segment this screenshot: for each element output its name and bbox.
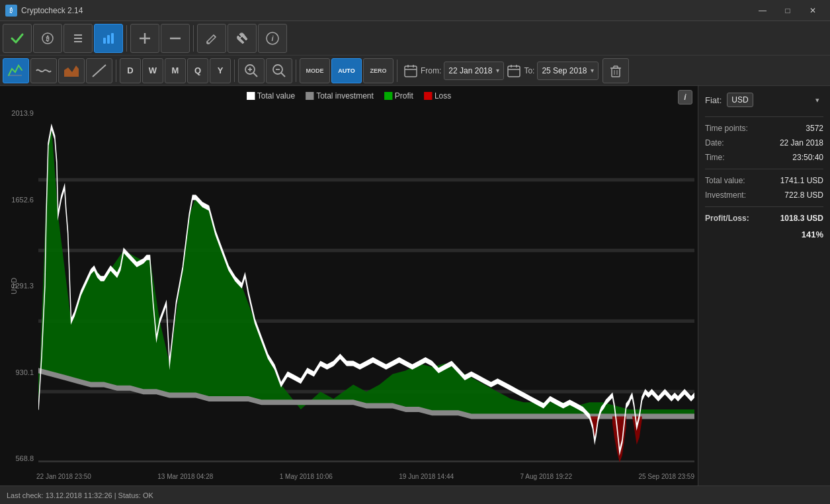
zoomout-icon bbox=[271, 63, 287, 79]
divider3 bbox=[705, 206, 823, 207]
x-label-0: 22 Jan 2018 23:50 bbox=[36, 473, 91, 480]
fiat-label: Fiat: bbox=[705, 95, 722, 105]
main-content: Total value Total investment Profit Loss… bbox=[0, 86, 830, 485]
time-label: Time: bbox=[705, 153, 725, 162]
chart-area: Total value Total investment Profit Loss… bbox=[0, 86, 698, 485]
from-date-chevron: ▾ bbox=[496, 67, 499, 74]
titlebar: ₿ Cryptocheck 2.14 — □ ✕ bbox=[0, 0, 830, 21]
close-button[interactable]: ✕ bbox=[801, 0, 825, 21]
week-button[interactable]: W bbox=[142, 58, 163, 83]
crypto-icon: ₿ bbox=[40, 31, 55, 46]
total-value-label: Total value: bbox=[705, 176, 745, 185]
list-button[interactable] bbox=[63, 24, 93, 53]
time-points-value: 3572 bbox=[806, 124, 823, 133]
day-button[interactable]: D bbox=[120, 58, 141, 83]
zero-button[interactable]: ZERO bbox=[363, 58, 394, 83]
quarter-button[interactable]: Q bbox=[187, 58, 208, 83]
minimize-button[interactable]: — bbox=[751, 0, 774, 21]
maximize-button[interactable]: □ bbox=[776, 0, 800, 21]
zoomout-button[interactable] bbox=[266, 58, 292, 83]
app-icon: ₿ bbox=[5, 5, 17, 17]
mode-button[interactable]: MODE bbox=[300, 58, 330, 83]
time-points-row: Time points: 3572 bbox=[705, 124, 823, 133]
waveline-button[interactable] bbox=[30, 58, 57, 83]
checkmark-button[interactable] bbox=[3, 24, 32, 53]
investment-value: 722.8 USD bbox=[784, 190, 823, 200]
profit-loss-percent: 141% bbox=[705, 230, 823, 239]
zero-label: ZERO bbox=[370, 67, 386, 74]
straightline-button[interactable] bbox=[86, 58, 112, 83]
investment-row: Investment: 722.8 USD bbox=[705, 190, 823, 200]
tools-button[interactable] bbox=[228, 24, 257, 53]
x-label-1: 13 Mar 2018 04:28 bbox=[157, 473, 213, 480]
loss-area3 bbox=[632, 417, 642, 445]
legend-total-value-box bbox=[247, 92, 255, 100]
legend-total-investment-box bbox=[306, 92, 313, 100]
zoomin-button[interactable] bbox=[238, 58, 265, 83]
month-button[interactable]: M bbox=[165, 58, 186, 83]
minus-button[interactable] bbox=[161, 24, 190, 53]
x-label-5: 25 Sep 2018 23:59 bbox=[638, 473, 694, 480]
y-label-2: 1291.3 bbox=[3, 282, 34, 290]
chart-legend: Total value Total investment Profit Loss bbox=[247, 91, 451, 101]
divider2 bbox=[705, 169, 823, 169]
chart-info-button[interactable]: i bbox=[678, 90, 692, 105]
total-value-row: Total value: 1741.1 USD bbox=[705, 176, 823, 185]
legend-total-investment-label: Total investment bbox=[316, 91, 374, 101]
zoomin-icon bbox=[243, 63, 259, 79]
barchart-button[interactable] bbox=[94, 24, 123, 53]
y-label-1: 1652.6 bbox=[3, 196, 34, 204]
crypto-eye-button[interactable]: ₿ bbox=[33, 24, 62, 53]
svg-rect-29 bbox=[508, 66, 520, 77]
fiat-select[interactable]: USD EUR GBP BTC bbox=[727, 93, 753, 107]
to-date-chevron: ▾ bbox=[591, 67, 594, 74]
investment-label: Investment: bbox=[705, 190, 746, 200]
areachart-icon bbox=[63, 62, 80, 79]
to-date-input[interactable]: 25 Sep 2018 ▾ bbox=[537, 62, 599, 80]
toolbar1: ₿ bbox=[0, 21, 830, 56]
time-value: 23:50:40 bbox=[792, 153, 823, 162]
month-label: M bbox=[172, 65, 179, 75]
areachart-button[interactable] bbox=[58, 58, 85, 83]
y-label-4: 568.8 bbox=[3, 454, 34, 462]
delete-button[interactable] bbox=[602, 58, 629, 83]
legend-total-value-label: Total value bbox=[257, 91, 295, 101]
right-panel: Fiat: USD EUR GBP BTC Time points: 3572 … bbox=[698, 86, 830, 485]
svg-rect-7 bbox=[111, 33, 114, 44]
legend-loss-label: Loss bbox=[435, 91, 451, 101]
profit-loss-label: Profit/Loss: bbox=[705, 214, 749, 223]
svg-line-17 bbox=[93, 65, 106, 77]
year-button[interactable]: Y bbox=[210, 58, 231, 83]
minus-icon bbox=[168, 31, 183, 46]
day-label: D bbox=[127, 65, 133, 75]
auto-button[interactable]: AUTO bbox=[331, 58, 362, 83]
x-label-3: 19 Jun 2018 14:44 bbox=[399, 473, 454, 480]
waveline-icon bbox=[35, 62, 52, 79]
svg-rect-6 bbox=[107, 35, 110, 44]
add-button[interactable] bbox=[130, 24, 159, 53]
barchart-icon bbox=[101, 31, 116, 46]
legend-loss-box bbox=[424, 92, 432, 100]
linechart-icon bbox=[7, 62, 24, 79]
about-button[interactable]: i bbox=[258, 24, 287, 53]
date-label: Date: bbox=[705, 138, 724, 147]
separator4 bbox=[234, 60, 235, 82]
separator2 bbox=[193, 25, 194, 52]
svg-rect-5 bbox=[103, 38, 106, 44]
svg-line-19 bbox=[253, 73, 257, 77]
to-date-value: 25 Sep 2018 bbox=[542, 66, 587, 75]
legend-profit-box bbox=[384, 92, 392, 100]
from-date-input[interactable]: 22 Jan 2018 ▾ bbox=[444, 62, 504, 80]
legend-total-value: Total value bbox=[247, 91, 295, 101]
tools-icon bbox=[235, 31, 249, 46]
app-title: Cryptocheck 2.14 bbox=[21, 6, 751, 15]
date-row: Date: 22 Jan 2018 bbox=[705, 138, 823, 147]
svg-line-23 bbox=[281, 73, 285, 77]
divider1 bbox=[705, 116, 823, 117]
straightline-icon bbox=[91, 62, 108, 79]
linechart-button[interactable] bbox=[3, 58, 29, 83]
edit-button[interactable] bbox=[197, 24, 226, 53]
y-axis: 2013.9 1652.6 1291.3 930.1 568.8 bbox=[0, 109, 36, 462]
toolbar2: D W M Q Y MODE AUTO ZERO bbox=[0, 56, 830, 86]
fiat-row: Fiat: USD EUR GBP BTC bbox=[705, 93, 823, 107]
